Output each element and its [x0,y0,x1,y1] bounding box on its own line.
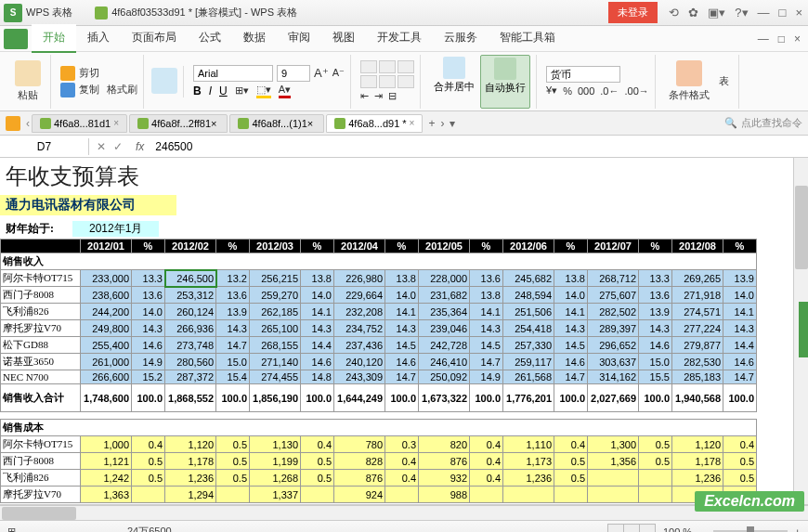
cell[interactable]: 14.9 [470,370,503,384]
cell[interactable]: 876 [419,453,470,470]
cell[interactable]: 1,178 [165,453,216,470]
doc-tab-3[interactable]: 4f6a8...d91 *× [326,114,423,133]
cell[interactable]: 0.5 [639,436,672,453]
cell[interactable]: 14.1 [301,304,334,320]
cell[interactable]: 15.2 [132,370,165,384]
cell[interactable]: 303,637 [588,354,639,370]
font-color-button[interactable]: A▾ [279,84,291,98]
cell[interactable]: 15.0 [216,354,250,370]
cell[interactable]: 14.8 [301,370,334,384]
cell[interactable] [470,487,503,503]
cell[interactable]: 14.6 [385,354,419,370]
cell[interactable]: 237,436 [334,337,385,354]
cell[interactable]: 282,530 [672,354,723,370]
cell[interactable]: 244,200 [81,304,132,320]
cell[interactable]: 14.5 [554,337,588,354]
cell[interactable]: 1,120 [672,436,723,453]
cell[interactable]: 13.6 [639,287,672,304]
cell[interactable]: 14.6 [301,354,334,370]
cell[interactable]: 234,752 [334,320,385,337]
cut-button[interactable]: 剪切 [60,66,137,81]
copy-button[interactable]: 复制 [60,83,99,97]
v-scroll-thumb[interactable] [795,186,808,269]
cell[interactable]: 260,124 [165,304,216,320]
cell[interactable]: 1,199 [250,453,301,470]
cell[interactable]: 14.0 [385,287,419,304]
align-mid-right[interactable] [397,75,414,88]
cell[interactable]: 14.5 [385,337,419,354]
cell[interactable]: 232,208 [334,304,385,320]
doc-tab-0[interactable]: 4f6a8...81d1× [32,114,127,133]
cell[interactable]: 15.0 [639,354,672,370]
cell[interactable]: 14.7 [723,370,757,384]
normal-view-icon[interactable] [607,524,624,533]
cell[interactable]: 13.6 [216,287,250,304]
table-row[interactable]: 阿尔卡特OT715233,00013.3246,50013.2256,21513… [1,270,757,287]
doc-tab-1[interactable]: 4f6a8f...2ff81× [129,114,228,133]
cell[interactable]: 14.0 [554,287,588,304]
cell[interactable]: 820 [419,436,470,453]
cell[interactable]: 0.5 [301,470,334,487]
cell[interactable]: 13.8 [554,270,588,287]
cell[interactable] [639,487,672,503]
cell[interactable]: 14.3 [132,320,165,337]
ribbon-minimize-icon[interactable]: — [758,32,769,45]
cell[interactable]: 233,000 [81,270,132,287]
font-name-select[interactable] [193,65,273,82]
cell[interactable]: 1,236 [165,470,216,487]
increase-indent-icon[interactable]: ⇥ [374,90,383,102]
name-box[interactable]: D7 [0,138,89,155]
cell[interactable] [588,487,639,503]
cell[interactable]: 14.0 [723,287,757,304]
cell[interactable]: 14.3 [470,320,503,337]
align-mid-center[interactable] [379,75,396,88]
decrease-decimal-icon[interactable]: .00→ [624,85,648,97]
cell[interactable]: 14.5 [470,337,503,354]
cell[interactable]: 259,117 [503,354,554,370]
cell[interactable]: 0.3 [385,436,419,453]
tab-close-icon[interactable]: × [410,118,415,128]
cell[interactable]: 268,155 [250,337,301,354]
cell[interactable]: 269,265 [672,270,723,287]
cell[interactable]: 246,410 [419,354,470,370]
cell[interactable]: 924 [334,487,385,503]
h-scroll-thumb[interactable] [2,507,76,520]
cell[interactable]: 0.5 [554,470,588,487]
cell[interactable]: 229,664 [334,287,385,304]
menu-8[interactable]: 云服务 [433,24,489,53]
cell[interactable]: 1,110 [503,436,554,453]
cell[interactable]: 0.5 [639,453,672,470]
cell[interactable]: 277,224 [672,320,723,337]
cell[interactable]: 1,363 [81,487,132,503]
cell[interactable]: 14.3 [723,320,757,337]
decrease-indent-icon[interactable]: ⇤ [360,90,369,102]
conditional-format-button[interactable]: 条件格式 [665,55,713,109]
minimize-icon[interactable]: — [758,6,770,19]
format-painter-button[interactable]: 格式刷 [107,83,137,97]
menu-9[interactable]: 智能工具箱 [489,24,567,53]
cell[interactable]: 231,682 [419,287,470,304]
cell[interactable]: 1,236 [672,470,723,487]
cell[interactable]: 13.8 [385,270,419,287]
table-row[interactable]: NEC N700266,60015.2287,37215.4274,45514.… [1,370,757,384]
cell[interactable]: 1,000 [81,436,132,453]
cell[interactable]: 261,000 [81,354,132,370]
page-view-icon[interactable] [623,524,640,533]
cell[interactable]: 0.4 [301,436,334,453]
cell[interactable] [554,487,588,503]
cell[interactable]: 226,980 [334,270,385,287]
menu-5[interactable]: 审阅 [277,24,321,53]
cell[interactable]: 14.4 [301,337,334,354]
cell[interactable]: 282,502 [588,304,639,320]
cell[interactable]: 14.7 [470,354,503,370]
cell[interactable]: 15.5 [639,370,672,384]
bold-button[interactable]: B [193,84,202,97]
cell[interactable]: 0.4 [723,436,757,453]
cell[interactable]: 0.4 [470,470,503,487]
cell[interactable]: 1,294 [165,487,216,503]
cell[interactable]: 287,372 [165,370,216,384]
cell[interactable] [132,487,165,503]
align-mid-left[interactable] [360,75,377,88]
cell[interactable]: 780 [334,436,385,453]
cell[interactable]: 262,185 [250,304,301,320]
